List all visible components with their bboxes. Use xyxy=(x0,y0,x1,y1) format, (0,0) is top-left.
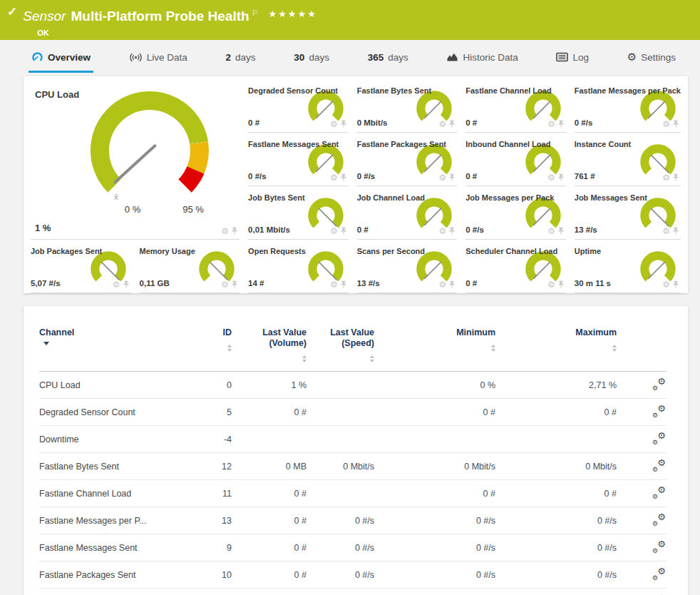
channel-actions-cell: ⚙⚙ xyxy=(617,372,666,399)
gear-icon[interactable]: ⚙ xyxy=(662,173,670,182)
gauge-card-actions: ⚙ xyxy=(662,173,679,182)
pin-icon[interactable] xyxy=(672,173,679,182)
table-row-inbound-channel-load: Inbound Channel Load80 #0 #0 #⚙⚙ xyxy=(39,589,666,595)
gauge-card-actions: ⚙ xyxy=(330,173,347,182)
sort-icon[interactable] xyxy=(612,345,617,352)
last-value-volume-cell xyxy=(232,426,307,453)
gear-icon[interactable]: ⚙ xyxy=(662,280,670,289)
gear-icon[interactable]: ⚙ xyxy=(547,120,555,128)
gauge-value: 1 % xyxy=(35,223,51,233)
sort-desc-icon[interactable] xyxy=(43,342,49,345)
maximum-cell: 2,71 % xyxy=(495,372,617,399)
channel-settings-icon[interactable]: ⚙⚙ xyxy=(652,378,666,390)
priority-stars-icon[interactable]: ★★★★★ xyxy=(269,9,317,19)
sort-down-arrow xyxy=(612,349,617,352)
live-data-icon xyxy=(129,52,143,63)
column-header-last-value-speed[interactable]: Last Value(Speed) xyxy=(307,325,374,372)
gear-icon[interactable]: ⚙ xyxy=(662,120,670,128)
pin-icon[interactable] xyxy=(557,173,565,182)
gear-icon[interactable]: ⚙ xyxy=(330,280,338,289)
gear-icon[interactable]: ⚙ xyxy=(330,120,338,128)
gauge-title: Open Requests xyxy=(248,247,349,255)
gauge-card-actions: ⚙ xyxy=(662,120,679,128)
pin-icon[interactable] xyxy=(340,120,347,128)
column-header-maximum[interactable]: Maximum xyxy=(495,325,617,372)
pin-icon[interactable] xyxy=(672,280,679,289)
gauge-title: Fastlane Bytes Sent xyxy=(357,86,458,95)
pin-icon[interactable] xyxy=(448,227,455,235)
gauge-value: 13 #/s xyxy=(575,225,597,234)
gauge-max-label: 95 % xyxy=(182,204,204,215)
column-header-last-value-volume[interactable]: Last Value(Volume) xyxy=(232,325,307,372)
sort-icon[interactable] xyxy=(227,345,232,352)
pin-icon[interactable] xyxy=(672,227,679,235)
status-badge: OK xyxy=(37,29,317,37)
gear-icon[interactable]: ⚙ xyxy=(438,227,446,235)
column-header-id[interactable]: ID xyxy=(192,325,232,372)
tab-30-days[interactable]: 30days xyxy=(291,46,332,73)
tab-log[interactable]: Log xyxy=(553,46,592,73)
channel-settings-icon[interactable]: ⚙⚙ xyxy=(652,459,666,471)
tab-settings[interactable]: ⚙Settings xyxy=(624,46,679,73)
pin-icon[interactable] xyxy=(340,280,347,289)
pin-icon[interactable] xyxy=(340,227,347,235)
pin-icon[interactable] xyxy=(231,280,238,289)
gear-icon[interactable]: ⚙ xyxy=(438,280,446,289)
minimum-cell: 0 % xyxy=(374,372,495,399)
channel-settings-icon[interactable]: ⚙⚙ xyxy=(652,432,666,444)
sort-icon[interactable] xyxy=(370,355,374,362)
gauge-card-actions: ⚙ xyxy=(438,120,455,128)
gear-icon[interactable]: ⚙ xyxy=(662,227,670,235)
sort-icon[interactable] xyxy=(302,355,307,362)
pin-icon[interactable] xyxy=(231,227,238,235)
gear-icon[interactable]: ⚙ xyxy=(113,280,120,289)
tab-365-days[interactable]: 365days xyxy=(365,46,411,73)
pin-icon[interactable] xyxy=(448,173,455,182)
pin-icon[interactable] xyxy=(123,280,130,289)
gear-icon[interactable]: ⚙ xyxy=(330,173,338,182)
gauge-card-actions: ⚙ xyxy=(221,280,238,289)
channel-settings-icon[interactable]: ⚙⚙ xyxy=(652,487,666,498)
gear-icon: ⚙ xyxy=(627,52,637,62)
tab-2-days[interactable]: 2days xyxy=(223,46,259,73)
sort-up-arrow xyxy=(370,355,374,358)
small-gear-icon: ⚙ xyxy=(652,547,658,554)
gear-icon[interactable]: ⚙ xyxy=(547,280,555,289)
channel-settings-icon[interactable]: ⚙⚙ xyxy=(652,514,666,525)
small-gear-icon: ⚙ xyxy=(652,466,658,473)
pin-icon[interactable] xyxy=(672,120,679,128)
sort-up-arrow xyxy=(612,345,617,347)
channel-name-cell: Fastlane Packages Sent xyxy=(39,561,192,589)
gear-icon[interactable]: ⚙ xyxy=(221,280,229,289)
tab-label: Historic Data xyxy=(463,52,518,63)
gauge-card-fastlane-channel-load: Fastlane Channel Load0 #⚙ xyxy=(465,79,566,133)
pin-icon[interactable] xyxy=(557,227,565,235)
channel-table: ChannelIDLast Value(Volume)Last Value(Sp… xyxy=(39,325,666,595)
pin-icon[interactable] xyxy=(448,280,455,289)
gear-icon[interactable]: ⚙ xyxy=(547,227,555,235)
gauge-card-scans-per-second: Scans per Second13 #/s⚙ xyxy=(357,240,458,293)
channel-settings-icon[interactable]: ⚙⚙ xyxy=(652,568,666,579)
pin-icon[interactable] xyxy=(448,120,455,128)
pin-icon[interactable] xyxy=(557,280,565,289)
column-header-minimum[interactable]: Minimum xyxy=(374,325,495,372)
gear-icon[interactable]: ⚙ xyxy=(547,173,555,182)
gear-icon[interactable]: ⚙ xyxy=(438,120,446,128)
tab-label: Settings xyxy=(641,52,676,63)
tab-live-data[interactable]: Live Data xyxy=(126,46,190,73)
gear-icon[interactable]: ⚙ xyxy=(221,227,229,235)
channel-settings-icon[interactable]: ⚙⚙ xyxy=(652,541,666,552)
channel-settings-icon[interactable]: ⚙⚙ xyxy=(652,405,666,417)
pin-icon[interactable] xyxy=(340,173,347,182)
gear-icon[interactable]: ⚙ xyxy=(438,173,446,182)
flag-icon[interactable]: ⚐ xyxy=(252,9,259,17)
gauge-card-actions: ⚙ xyxy=(330,227,347,235)
tab-historic-data[interactable]: Historic Data xyxy=(443,46,520,73)
gauge-value: 14 # xyxy=(248,279,264,288)
pin-icon[interactable] xyxy=(557,120,565,128)
tab-overview[interactable]: Overview xyxy=(29,46,93,73)
sort-icon[interactable] xyxy=(491,345,495,352)
gear-icon[interactable]: ⚙ xyxy=(330,227,338,235)
column-header-channel[interactable]: Channel xyxy=(39,325,192,372)
maximum-cell: 0 # xyxy=(495,480,617,507)
